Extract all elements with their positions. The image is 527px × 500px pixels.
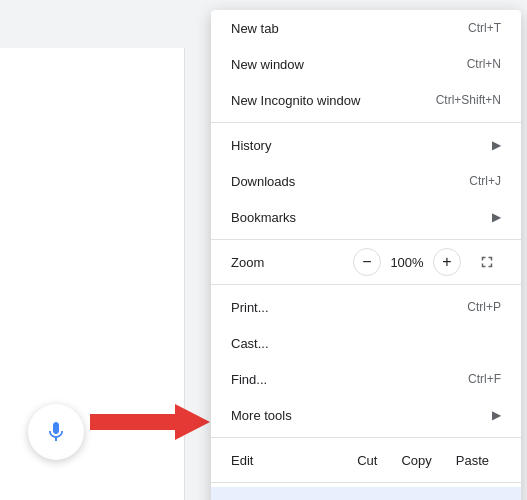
cut-button[interactable]: Cut	[345, 447, 389, 474]
edit-label: Edit	[231, 453, 345, 468]
zoom-minus-button[interactable]: −	[353, 248, 381, 276]
divider-5	[211, 482, 521, 483]
copy-button[interactable]: Copy	[389, 447, 443, 474]
red-arrow-indicator	[90, 400, 210, 448]
divider-3	[211, 284, 521, 285]
divider-4	[211, 437, 521, 438]
new-incognito-item[interactable]: New Incognito window Ctrl+Shift+N	[211, 82, 521, 118]
cast-item[interactable]: Cast...	[211, 325, 521, 361]
history-item[interactable]: History ▶	[211, 127, 521, 163]
google-mic-button[interactable]	[28, 404, 84, 460]
find-item[interactable]: Find... Ctrl+F	[211, 361, 521, 397]
zoom-plus-button[interactable]: +	[433, 248, 461, 276]
new-window-item[interactable]: New window Ctrl+N	[211, 46, 521, 82]
chrome-dropdown-menu: New tab Ctrl+T New window Ctrl+N New Inc…	[211, 10, 521, 500]
settings-item[interactable]: Settings	[211, 487, 521, 500]
print-item[interactable]: Print... Ctrl+P	[211, 289, 521, 325]
zoom-controls: − 100% +	[353, 248, 501, 276]
more-tools-item[interactable]: More tools ▶	[211, 397, 521, 433]
zoom-value-label: 100%	[389, 255, 425, 270]
edit-row: Edit Cut Copy Paste	[211, 442, 521, 478]
new-tab-item[interactable]: New tab Ctrl+T	[211, 10, 521, 46]
zoom-fullscreen-button[interactable]	[473, 248, 501, 276]
zoom-row: Zoom − 100% +	[211, 244, 521, 280]
paste-button[interactable]: Paste	[444, 447, 501, 474]
downloads-item[interactable]: Downloads Ctrl+J	[211, 163, 521, 199]
svg-marker-0	[90, 404, 210, 440]
divider-2	[211, 239, 521, 240]
bookmarks-item[interactable]: Bookmarks ▶	[211, 199, 521, 235]
divider-1	[211, 122, 521, 123]
